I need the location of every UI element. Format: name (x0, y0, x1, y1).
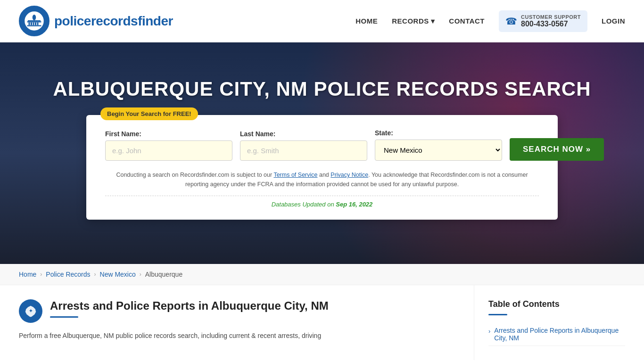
logo-regular-text: policerecords (54, 14, 138, 28)
chevron-right-icon: › (488, 328, 490, 335)
last-name-label: Last Name: (240, 130, 367, 138)
content-area: ✦ Arrests and Police Reports in Albuquer… (0, 285, 644, 360)
breadcrumb-sep-1: › (40, 271, 42, 278)
svg-rect-6 (33, 23, 34, 25)
db-updated-date: Sep 16, 2022 (336, 201, 372, 208)
last-name-group: Last Name: (240, 130, 367, 161)
logo-bold-text: finder (138, 14, 173, 28)
svg-rect-3 (27, 21, 41, 22)
breadcrumb-current: Albuquerque (145, 271, 182, 278)
breadcrumb-new-mexico[interactable]: New Mexico (100, 271, 136, 278)
breadcrumb-home[interactable]: Home (19, 271, 36, 278)
search-container: Begin Your Search for FREE! First Name: … (86, 115, 558, 220)
first-name-label: First Name: (105, 130, 232, 138)
article-title: Arrests and Police Reports in Albuquerqu… (50, 299, 329, 313)
support-box: ☎ CUSTOMER SUPPORT 800-433-0567 (499, 10, 587, 32)
police-badge-icon: ✦ (19, 299, 42, 323)
free-badge: Begin Your Search for FREE! (100, 107, 198, 120)
breadcrumb-bar: Home › Police Records › New Mexico › Alb… (0, 264, 644, 285)
support-label: CUSTOMER SUPPORT (521, 14, 581, 20)
svg-rect-2 (28, 20, 41, 21)
svg-rect-5 (31, 23, 32, 25)
privacy-notice-link[interactable]: Privacy Notice (330, 172, 368, 178)
breadcrumb-sep-3: › (140, 271, 141, 278)
first-name-input[interactable] (105, 140, 232, 161)
toc-list: ›Arrests and Police Reports in Albuquerq… (488, 323, 625, 346)
article-title-area: Arrests and Police Reports in Albuquerqu… (50, 299, 329, 318)
nav-records-label: RECORDS (392, 17, 429, 25)
db-updated-label: Databases Updated on (272, 201, 334, 208)
breadcrumb: Home › Police Records › New Mexico › Alb… (19, 271, 625, 278)
chevron-down-icon: ▾ (431, 17, 435, 25)
badge-svg: ✦ (24, 304, 37, 318)
nav-contact[interactable]: CONTACT (449, 17, 485, 25)
headphone-icon: ☎ (505, 16, 517, 27)
capitol-icon (24, 10, 45, 32)
toc-divider (488, 314, 507, 315)
last-name-input[interactable] (240, 140, 367, 161)
nav-home[interactable]: HOME (355, 17, 378, 25)
site-header: policerecordsfinder HOME RECORDS ▾ CONTA… (0, 0, 644, 42)
support-info: CUSTOMER SUPPORT 800-433-0567 (521, 14, 581, 28)
svg-point-1 (33, 15, 36, 20)
state-group: State: AlabamaAlaskaArizonaArkansasCalif… (375, 129, 502, 161)
toc-title: Table of Contents (488, 299, 625, 309)
article-header: ✦ Arrests and Police Reports in Albuquer… (19, 299, 460, 323)
article-body: Perform a free Albuquerque, NM public po… (19, 330, 460, 342)
terms-of-service-link[interactable]: Terms of Service (273, 172, 317, 178)
nav-login[interactable]: LOGIN (602, 17, 625, 25)
logo-icon (19, 6, 50, 36)
toc-item[interactable]: ›Arrests and Police Reports in Albuquerq… (488, 323, 625, 346)
main-content: ✦ Arrests and Police Reports in Albuquer… (19, 285, 474, 360)
hero-section: ALBUQUERQUE CITY, NM POLICE RECORDS SEAR… (0, 42, 644, 264)
svg-text:✦: ✦ (29, 308, 33, 313)
svg-rect-8 (37, 23, 39, 25)
support-number: 800-433-0567 (521, 20, 581, 28)
main-nav: HOME RECORDS ▾ CONTACT ☎ CUSTOMER SUPPOR… (355, 10, 625, 32)
search-disclaimer: Conducting a search on Recordsfinder.com… (105, 170, 539, 189)
nav-records[interactable]: RECORDS ▾ (392, 17, 435, 25)
search-button[interactable]: SEARCH NOW » (510, 138, 604, 161)
svg-rect-9 (27, 25, 41, 26)
sidebar: Table of Contents ›Arrests and Police Re… (474, 285, 625, 360)
toc-item-label: Arrests and Police Reports in Albuquerqu… (494, 327, 625, 342)
logo-area: policerecordsfinder (19, 6, 173, 36)
first-name-group: First Name: (105, 130, 232, 161)
state-select[interactable]: AlabamaAlaskaArizonaArkansasCaliforniaCo… (375, 140, 502, 161)
hero-title: ALBUQUERQUE CITY, NM POLICE RECORDS SEAR… (9, 77, 635, 101)
state-label: State: (375, 129, 502, 137)
search-divider (105, 196, 539, 196)
svg-rect-7 (35, 23, 36, 25)
breadcrumb-sep-2: › (94, 271, 96, 278)
logo-text: policerecordsfinder (54, 14, 173, 29)
search-row: First Name: Last Name: State: AlabamaAla… (105, 129, 539, 161)
svg-rect-4 (29, 23, 30, 25)
title-underline (50, 316, 78, 318)
db-updated: Databases Updated on Sep 16, 2022 (105, 201, 539, 208)
breadcrumb-police-records[interactable]: Police Records (46, 271, 90, 278)
